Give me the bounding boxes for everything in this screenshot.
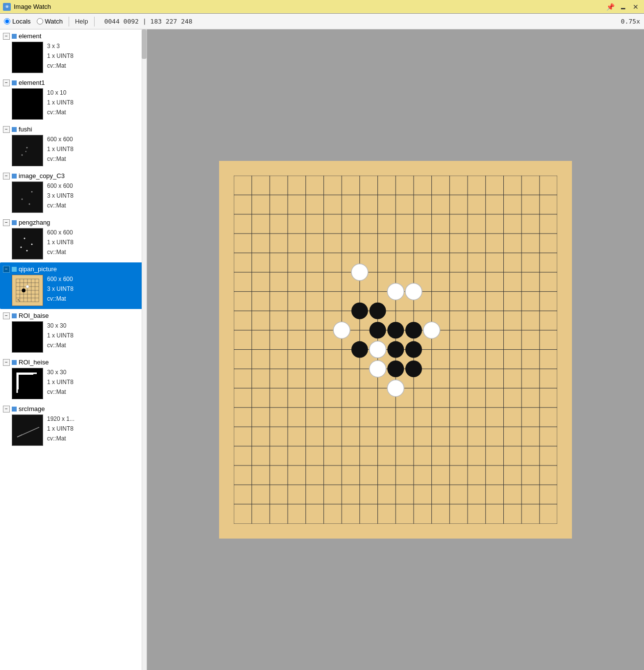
- svg-point-8: [21, 247, 22, 248]
- svg-point-69: [405, 283, 422, 300]
- list-item[interactable]: − pengzhang 600 x 600 1 x UINT8 cv::Ma: [0, 216, 147, 262]
- list-item[interactable]: − element 3 x 3 1 x UINT8 cv::Mat: [0, 29, 147, 76]
- sidebar[interactable]: − element 3 x 3 1 x UINT8 cv::Mat − elem…: [0, 29, 147, 670]
- item-type: cv::Mat: [47, 294, 74, 304]
- main-content: − element 3 x 3 1 x UINT8 cv::Mat − elem…: [0, 29, 644, 670]
- title-bar: 👁 Image Watch 📌 🗕 ✕: [0, 0, 644, 14]
- viewer-area[interactable]: [147, 29, 644, 670]
- watch-radio-label[interactable]: Watch: [37, 18, 63, 25]
- list-item[interactable]: − image_copy_C3 600 x 600 3 x UINT8 cv::…: [0, 169, 147, 216]
- item-name: ROI_baise: [19, 312, 49, 319]
- locals-radio[interactable]: [4, 18, 10, 25]
- item-type: cv::Mat: [47, 61, 74, 71]
- watch-label: Watch: [45, 18, 63, 25]
- scrollbar-thumb[interactable]: [142, 29, 147, 59]
- go-board: [234, 176, 557, 524]
- item-dims: 30 x 30: [47, 368, 74, 377]
- collapse-button[interactable]: −: [3, 406, 10, 412]
- svg-point-73: [370, 361, 386, 377]
- list-item[interactable]: − ROI_heise 30 x 30 1 x UINT8 cv::Mat: [0, 356, 147, 402]
- item-type: cv::Mat: [47, 201, 74, 210]
- item-dims: 1920 x 1...: [47, 414, 74, 424]
- item-type: cv::Mat: [47, 434, 74, 443]
- board-grid-svg: [234, 176, 557, 524]
- minimize-button[interactable]: 🗕: [618, 1, 628, 12]
- item-color-indicator: [12, 127, 17, 132]
- svg-point-77: [370, 322, 386, 338]
- list-item[interactable]: − element1 10 x 10 1 x UINT8 cv::Mat: [0, 76, 147, 123]
- item-thumbnail: [12, 414, 43, 446]
- item-name: element: [19, 32, 41, 40]
- collapse-button[interactable]: −: [3, 266, 10, 273]
- item-name: srcImage: [19, 405, 45, 412]
- collapse-button[interactable]: −: [3, 126, 10, 133]
- close-button[interactable]: ✕: [630, 1, 641, 12]
- help-button[interactable]: Help: [75, 18, 88, 25]
- svg-point-0: [26, 147, 28, 149]
- item-thumbnail: [12, 181, 43, 213]
- item-dims: 10 x 10: [47, 88, 74, 98]
- item-name: pengzhang: [19, 219, 50, 226]
- item-channels: 1 x UINT8: [47, 145, 74, 154]
- item-channels: 3 x UINT8: [47, 191, 74, 201]
- item-thumbnail: [12, 42, 43, 73]
- collapse-button[interactable]: −: [3, 79, 10, 86]
- list-item[interactable]: − fushi 600 x 600 1 x UINT8 cv::Mat: [0, 123, 147, 169]
- scrollbar-track[interactable]: [142, 29, 147, 670]
- watch-radio[interactable]: [37, 18, 43, 25]
- go-board-container: [219, 161, 572, 539]
- svg-point-67: [351, 264, 368, 281]
- pixel-coords: 0044 0092 | 183 227 248: [104, 18, 193, 25]
- item-dims: 30 x 30: [47, 321, 74, 331]
- svg-point-75: [351, 303, 368, 319]
- svg-point-1: [22, 155, 23, 156]
- svg-point-76: [370, 303, 386, 319]
- collapse-button[interactable]: −: [3, 173, 10, 180]
- collapse-button[interactable]: −: [3, 359, 10, 366]
- pin-button[interactable]: 📌: [605, 1, 616, 12]
- svg-point-72: [370, 341, 386, 358]
- collapse-button[interactable]: −: [3, 312, 10, 319]
- item-dims: 600 x 600: [47, 275, 74, 284]
- item-name: image_copy_C3: [19, 172, 65, 180]
- item-metadata: 10 x 10 1 x UINT8 cv::Mat: [47, 88, 74, 118]
- item-channels: 3 x UINT8: [47, 284, 74, 294]
- item-name: qipan_picture: [19, 265, 57, 273]
- toolbar: Locals Watch Help 0044 0092 | 183 227 24…: [0, 14, 644, 29]
- svg-point-78: [387, 322, 404, 338]
- item-metadata: 1920 x 1... 1 x UINT8 cv::Mat: [47, 414, 74, 444]
- item-thumbnail: ↖: [12, 275, 43, 306]
- item-type: cv::Mat: [47, 341, 74, 350]
- item-channels: 1 x UINT8: [47, 331, 74, 340]
- list-item-selected[interactable]: − qipan_picture: [0, 262, 147, 309]
- item-thumbnail: [12, 88, 43, 120]
- svg-point-70: [333, 322, 350, 338]
- item-channels: 1 x UINT8: [47, 378, 74, 387]
- item-metadata: 600 x 600 3 x UINT8 cv::Mat: [47, 181, 74, 211]
- item-type: cv::Mat: [47, 387, 74, 397]
- item-type: cv::Mat: [47, 155, 74, 164]
- collapse-button[interactable]: −: [3, 33, 10, 40]
- item-dims: 600 x 600: [47, 181, 74, 191]
- locals-radio-label[interactable]: Locals: [4, 18, 31, 25]
- item-color-indicator: [12, 34, 17, 39]
- svg-point-79: [405, 322, 422, 338]
- item-thumbnail: [12, 135, 43, 166]
- svg-point-83: [387, 361, 404, 377]
- app-icon: 👁: [3, 3, 11, 11]
- svg-text:↖: ↖: [17, 298, 21, 303]
- item-thumbnail: [12, 321, 43, 353]
- item-dims: 600 x 600: [47, 228, 74, 237]
- item-name: fushi: [19, 126, 32, 133]
- item-channels: 1 x UINT8: [47, 424, 74, 434]
- item-metadata: 30 x 30 1 x UINT8 cv::Mat: [47, 321, 74, 351]
- locals-label: Locals: [12, 18, 31, 25]
- item-color-indicator: [12, 313, 17, 318]
- list-item[interactable]: − ROI_baise 30 x 30 1 x UINT8 cv::Mat: [0, 309, 147, 356]
- item-metadata: 3 x 3 1 x UINT8 cv::Mat: [47, 42, 74, 71]
- list-item[interactable]: − srcImage 1920 x 1... 1 x UINT8 cv::Mat: [0, 402, 147, 449]
- title-bar-controls: 📌 🗕 ✕: [605, 1, 641, 12]
- item-metadata: 600 x 600 1 x UINT8 cv::Mat: [47, 135, 74, 164]
- collapse-button[interactable]: −: [3, 219, 10, 226]
- zoom-level: 0.75x: [621, 18, 640, 25]
